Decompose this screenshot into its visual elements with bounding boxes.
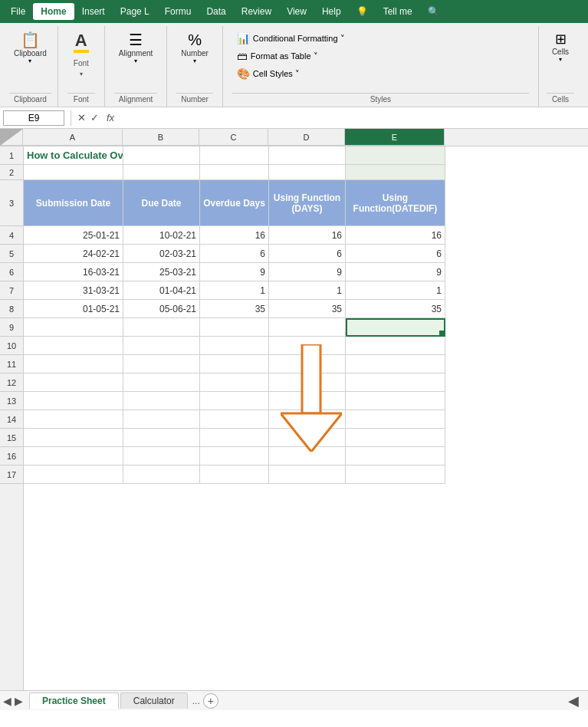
cell-b6[interactable]: 25-03-21 xyxy=(123,263,200,281)
menu-help[interactable]: Help xyxy=(314,3,349,20)
cell-c3[interactable]: Overdue Days xyxy=(200,180,269,226)
row-header-2[interactable]: 2 xyxy=(0,165,23,180)
formula-cancel-icon[interactable]: ✕ xyxy=(77,112,86,123)
cell-e6[interactable]: 9 xyxy=(346,263,445,281)
cell-c7[interactable]: 1 xyxy=(200,281,269,300)
row-header-14[interactable]: 14 xyxy=(0,410,23,429)
row-header-15[interactable]: 15 xyxy=(0,429,23,447)
cell-d2[interactable] xyxy=(269,165,346,180)
cell-c1[interactable] xyxy=(200,146,269,165)
cell-c10[interactable] xyxy=(200,337,269,355)
row-header-12[interactable]: 12 xyxy=(0,373,23,392)
format-as-table-btn[interactable]: 🗃 Format as Table ˅ xyxy=(232,48,529,64)
cell-a10[interactable] xyxy=(24,337,123,355)
menu-lightbulb[interactable]: 💡 xyxy=(349,3,376,20)
cell-a7[interactable]: 31-03-21 xyxy=(24,281,123,300)
cell-b5[interactable]: 02-03-21 xyxy=(123,245,200,263)
menu-review[interactable]: Review xyxy=(234,3,279,20)
col-header-b[interactable]: B xyxy=(123,129,199,146)
menu-home[interactable]: Home xyxy=(33,3,74,20)
cell-b7[interactable]: 01-04-21 xyxy=(123,281,200,300)
col-header-a[interactable]: A xyxy=(23,129,123,146)
menu-view[interactable]: View xyxy=(279,3,314,20)
row-header-7[interactable]: 7 xyxy=(0,281,23,300)
formula-input[interactable] xyxy=(119,113,585,123)
cell-c8[interactable]: 35 xyxy=(200,300,269,318)
cell-e10[interactable] xyxy=(346,337,445,355)
cell-a3[interactable]: Submission Date xyxy=(24,180,123,226)
row-header-8[interactable]: 8 xyxy=(0,300,23,318)
cell-c5[interactable]: 6 xyxy=(200,245,269,263)
row-header-9[interactable]: 9 xyxy=(0,318,23,337)
row-header-3[interactable]: 3 xyxy=(0,180,23,226)
row-header-17[interactable]: 17 xyxy=(0,465,23,484)
cell-e3[interactable]: Using Function(DATEDIF) xyxy=(346,180,445,226)
cell-a2[interactable] xyxy=(24,165,123,180)
row-header-4[interactable]: 4 xyxy=(0,226,23,245)
row-header-6[interactable]: 6 xyxy=(0,263,23,281)
row-header-16[interactable]: 16 xyxy=(0,447,23,465)
menu-formulas[interactable]: Formu xyxy=(157,3,199,20)
tab-prev-icon[interactable]: ◀ xyxy=(3,695,11,707)
cell-c6[interactable]: 9 xyxy=(200,263,269,281)
cell-d4[interactable]: 16 xyxy=(269,226,346,245)
cell-d9[interactable] xyxy=(269,318,346,337)
cell-d6[interactable]: 9 xyxy=(269,263,346,281)
cell-b3[interactable]: Due Date xyxy=(123,180,200,226)
row-header-1[interactable]: 1 xyxy=(0,146,23,165)
cell-a5[interactable]: 24-02-21 xyxy=(24,245,123,263)
cell-c9[interactable] xyxy=(200,318,269,337)
cell-b2[interactable] xyxy=(123,165,200,180)
cell-styles-btn[interactable]: 🎨 Cell Styles ˅ xyxy=(232,66,529,81)
tab-more[interactable]: ... xyxy=(192,696,200,706)
cell-d5[interactable]: 6 xyxy=(269,245,346,263)
cell-d8[interactable]: 35 xyxy=(269,300,346,318)
row-header-5[interactable]: 5 xyxy=(0,245,23,263)
cells-btn[interactable]: ⊞ Cells ▾ xyxy=(547,29,574,66)
conditional-formatting-btn[interactable]: 📊 Conditional Formatting ˅ xyxy=(232,31,529,46)
cell-a8[interactable]: 01-05-21 xyxy=(24,300,123,318)
cell-b10[interactable] xyxy=(123,337,200,355)
cell-b1[interactable] xyxy=(123,146,200,165)
cell-d10[interactable] xyxy=(269,337,346,355)
cell-b4[interactable]: 10-02-21 xyxy=(123,226,200,245)
font-btn[interactable]: A xyxy=(67,29,95,56)
cell-a1[interactable]: How to Calculate Overdue Days xyxy=(24,146,123,165)
col-header-d[interactable]: D xyxy=(268,129,345,146)
cell-b8[interactable]: 05-06-21 xyxy=(123,300,200,318)
menu-insert[interactable]: Insert xyxy=(74,3,113,20)
cell-c2[interactable] xyxy=(200,165,269,180)
col-header-e[interactable]: E xyxy=(345,129,445,146)
add-sheet-btn[interactable]: + xyxy=(203,693,218,709)
alignment-btn[interactable]: ☰ Alignment ▾ xyxy=(114,29,157,67)
menu-tellme[interactable]: Tell me xyxy=(376,3,420,20)
menu-search-icon[interactable]: 🔍 xyxy=(420,3,447,20)
col-header-c[interactable]: C xyxy=(199,129,268,146)
tab-practice-sheet[interactable]: Practice Sheet xyxy=(29,692,119,709)
cell-d1[interactable] xyxy=(269,146,346,165)
cell-b9[interactable] xyxy=(123,318,200,337)
cell-e9[interactable] xyxy=(346,318,445,337)
cell-e1[interactable] xyxy=(346,146,445,165)
menu-pagelayout[interactable]: Page L xyxy=(113,3,157,20)
select-all-icon[interactable] xyxy=(0,129,23,146)
menu-file[interactable]: File xyxy=(3,3,33,20)
cell-e2[interactable] xyxy=(346,165,445,180)
cell-a4[interactable]: 25-01-21 xyxy=(24,226,123,245)
row-header-10[interactable]: 10 xyxy=(0,337,23,355)
cell-a6[interactable]: 16-03-21 xyxy=(24,263,123,281)
cell-a9[interactable] xyxy=(24,318,123,337)
cell-d3[interactable]: Using Function (DAYS) xyxy=(269,180,346,226)
menu-data[interactable]: Data xyxy=(199,3,233,20)
cell-e8[interactable]: 35 xyxy=(346,300,445,318)
clipboard-btn[interactable]: 📋 Clipboard ▾ xyxy=(9,29,51,67)
cell-reference-input[interactable]: E9 xyxy=(3,110,64,126)
number-btn[interactable]: % Number ▾ xyxy=(176,29,213,67)
cell-d7[interactable]: 1 xyxy=(269,281,346,300)
cell-e7[interactable]: 1 xyxy=(346,281,445,300)
cell-e4[interactable]: 16 xyxy=(346,226,445,245)
cell-c4[interactable]: 16 xyxy=(200,226,269,245)
tab-next-icon[interactable]: ▶ xyxy=(15,695,23,707)
row-header-13[interactable]: 13 xyxy=(0,392,23,410)
cell-e5[interactable]: 6 xyxy=(346,245,445,263)
